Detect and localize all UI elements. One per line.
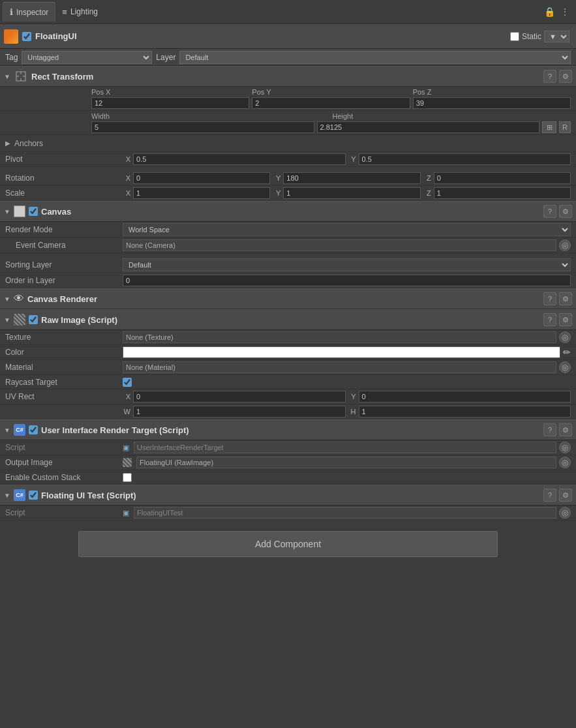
- output-image-input[interactable]: [136, 457, 556, 468]
- render-mode-select[interactable]: World Space: [123, 223, 571, 236]
- uv-h-input[interactable]: [359, 406, 571, 417]
- raw-image-header[interactable]: ▼ Raw Image (Script) ? ⚙: [0, 309, 576, 330]
- rect-transform-gear[interactable]: ⚙: [559, 70, 572, 83]
- ui-render-target-header[interactable]: ▼ C# User Interface Render Target (Scrip…: [0, 419, 576, 440]
- canvas-actions: ? ⚙: [543, 205, 572, 218]
- color-picker[interactable]: [123, 346, 560, 358]
- tag-label: Tag: [5, 53, 18, 62]
- uv-w-input[interactable]: [133, 406, 346, 417]
- scale-label: Scale: [5, 189, 123, 198]
- scale-z-input[interactable]: [434, 187, 571, 199]
- floating-ui-test-gear[interactable]: ⚙: [559, 489, 572, 502]
- order-in-layer-row: Order in Layer: [0, 273, 576, 288]
- uv-rect-row-1: UV Rect X Y: [0, 389, 576, 404]
- width-input[interactable]: [91, 121, 314, 133]
- canvas-icon: [14, 205, 25, 217]
- tag-select[interactable]: Untagged: [22, 51, 152, 64]
- scale-y-input[interactable]: [283, 187, 420, 199]
- canvas-gear[interactable]: ⚙: [559, 205, 572, 218]
- rect-transform-actions: ? ⚙: [543, 70, 572, 83]
- order-in-layer-input[interactable]: [123, 275, 571, 286]
- material-row: Material ◎: [0, 360, 576, 375]
- pencil-icon[interactable]: ✏: [563, 347, 571, 357]
- tab-lighting[interactable]: ≡ Lighting: [55, 2, 104, 22]
- canvas-renderer-header[interactable]: ▼ 👁 Canvas Renderer ? ⚙: [0, 288, 576, 309]
- scale-x-label: X: [123, 189, 130, 197]
- canvas-renderer-title: Canvas Renderer: [27, 294, 540, 304]
- event-camera-pick[interactable]: ◎: [559, 239, 571, 251]
- tab-inspector[interactable]: ℹ Inspector: [3, 2, 55, 22]
- event-camera-field: ◎: [123, 239, 571, 251]
- lock-icon[interactable]: 🔒: [544, 7, 555, 17]
- height-header: Height: [333, 112, 571, 120]
- ui-render-target-enabled-checkbox[interactable]: [29, 425, 38, 434]
- output-image-pick[interactable]: ◎: [559, 457, 571, 468]
- pivot-x-input[interactable]: [133, 153, 346, 165]
- ui-render-target-gear[interactable]: ⚙: [559, 423, 572, 436]
- pos-y-input[interactable]: [252, 97, 410, 109]
- uv-y-input[interactable]: [359, 391, 571, 402]
- pos-headers-row: Pos X Pos Y Pos Z: [0, 87, 576, 96]
- sorting-layer-row: Sorting Layer Default: [0, 257, 576, 273]
- raw-image-title: Raw Image (Script): [41, 315, 540, 325]
- rot-x-input[interactable]: [133, 172, 270, 184]
- gameobject-enabled-checkbox[interactable]: [22, 32, 31, 41]
- static-dropdown[interactable]: ▼: [544, 31, 569, 42]
- uv-x-input[interactable]: [133, 391, 346, 402]
- floating-ui-test-help[interactable]: ?: [543, 489, 556, 502]
- rect-transform-header[interactable]: ▼ Rect Transform ? ⚙: [0, 66, 576, 87]
- anchors-row[interactable]: ▶ Anchors: [0, 135, 576, 152]
- raycast-target-row: Raycast Target: [0, 375, 576, 389]
- material-pick[interactable]: ◎: [559, 361, 571, 373]
- gameobject-cube-icon: [4, 29, 18, 44]
- floating-script-pick[interactable]: ◎: [559, 507, 571, 519]
- ui-script-pick[interactable]: ◎: [559, 442, 571, 453]
- raw-image-gear[interactable]: ⚙: [559, 313, 572, 326]
- pivot-x-label: X: [123, 155, 130, 163]
- raw-image-help[interactable]: ?: [543, 313, 556, 326]
- pos-z-input[interactable]: [413, 97, 571, 109]
- static-row: Static ▼: [510, 31, 569, 42]
- canvas-header[interactable]: ▼ Canvas ? ⚙: [0, 201, 576, 222]
- blueprint-btn[interactable]: ⊞: [542, 121, 556, 133]
- floating-ui-test-enabled-checkbox[interactable]: [29, 491, 38, 500]
- add-component-button[interactable]: Add Component: [78, 531, 498, 557]
- wh-values-row: ⊞ R: [0, 120, 576, 135]
- enable-custom-stack-checkbox[interactable]: [123, 473, 132, 482]
- rect-transform-help[interactable]: ?: [543, 70, 556, 83]
- static-checkbox[interactable]: [510, 32, 519, 41]
- sorting-layer-select[interactable]: Default: [123, 258, 571, 271]
- texture-input[interactable]: [123, 331, 556, 343]
- pos-y-header: Pos Y: [252, 88, 410, 96]
- color-row: Color ✏: [0, 345, 576, 360]
- height-input[interactable]: [317, 121, 540, 133]
- pos-x-input[interactable]: [91, 97, 249, 109]
- ui-script-type-icon: ▣: [123, 444, 129, 452]
- rotation-label: Rotation: [5, 174, 123, 183]
- raycast-target-checkbox[interactable]: [123, 378, 132, 387]
- canvas-help[interactable]: ?: [543, 205, 556, 218]
- raw-image-enabled-checkbox[interactable]: [29, 315, 38, 324]
- material-input[interactable]: [123, 361, 556, 373]
- floating-ui-test-header[interactable]: ▼ C# Floating UI Test (Script) ? ⚙: [0, 485, 576, 506]
- event-camera-input[interactable]: [123, 239, 556, 251]
- scale-x-input[interactable]: [133, 187, 270, 199]
- canvas-renderer-help[interactable]: ?: [543, 292, 556, 305]
- ui-script-label: Script: [5, 443, 123, 452]
- r-btn[interactable]: R: [559, 121, 571, 133]
- menu-icon[interactable]: ⋮: [560, 7, 569, 17]
- ui-render-target-help[interactable]: ?: [543, 423, 556, 436]
- canvas-renderer-gear[interactable]: ⚙: [559, 292, 572, 305]
- ui-script-input[interactable]: [134, 442, 556, 453]
- lighting-tab-label: Lighting: [70, 7, 98, 16]
- floating-script-input[interactable]: [134, 507, 556, 519]
- pos-z-header: Pos Z: [413, 88, 571, 96]
- raycast-target-label: Raycast Target: [5, 378, 123, 387]
- pivot-y-input[interactable]: [359, 153, 571, 165]
- layer-select[interactable]: Default: [179, 51, 571, 64]
- rot-z-input[interactable]: [434, 172, 571, 184]
- canvas-enabled-checkbox[interactable]: [29, 207, 38, 216]
- texture-pick[interactable]: ◎: [559, 331, 571, 343]
- rot-y-input[interactable]: [283, 172, 420, 184]
- canvas-renderer-eye-icon: 👁: [14, 293, 24, 305]
